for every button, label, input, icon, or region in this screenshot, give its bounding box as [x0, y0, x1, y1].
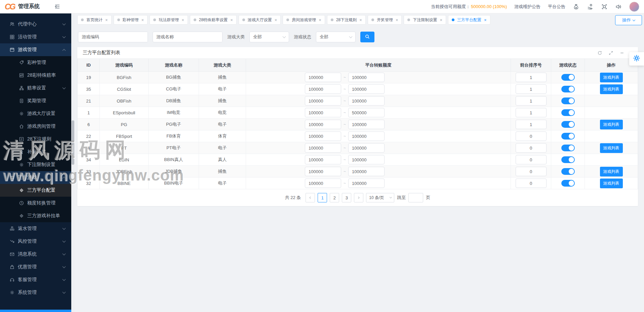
game-status-toggle[interactable]: [561, 133, 575, 140]
sidebar-item-third-party-platform-config[interactable]: 三方平台配置: [0, 184, 71, 197]
tab-draw-mgmt[interactable]: 开奖管理×: [368, 15, 402, 25]
tab-play-group-mgmt[interactable]: 玩法群管理×: [150, 15, 188, 25]
tab-room-game-mgmt[interactable]: 房间游戏管理×: [283, 15, 325, 25]
hand-coin-icon[interactable]: [587, 3, 594, 10]
close-icon[interactable]: ×: [396, 17, 398, 23]
quota-min-input[interactable]: [305, 96, 341, 106]
sort-input[interactable]: [516, 96, 547, 106]
quota-min-input[interactable]: [305, 179, 341, 188]
sidebar-item-odds-settings[interactable]: 赔率设置: [0, 82, 71, 94]
game-status-select[interactable]: 全部: [316, 32, 356, 42]
expand-icon[interactable]: [608, 50, 613, 55]
close-icon[interactable]: ×: [440, 17, 442, 23]
next-page-button[interactable]: [354, 193, 363, 202]
tab-lottery-mgmt[interactable]: 彩种管理×: [114, 15, 148, 25]
sidebar-item-special-odds-28[interactable]: 28彩特殊赔率: [0, 69, 71, 82]
quota-min-input[interactable]: [305, 155, 341, 164]
game-list-button[interactable]: 游戏列表: [600, 120, 623, 129]
game-status-toggle[interactable]: [561, 145, 575, 151]
close-icon[interactable]: ×: [182, 17, 184, 23]
speaker-icon[interactable]: [615, 3, 622, 10]
close-icon[interactable]: ×: [275, 17, 277, 23]
sort-input[interactable]: [516, 73, 547, 82]
game-status-toggle[interactable]: [561, 109, 575, 116]
game-category-select[interactable]: 全部: [249, 32, 289, 42]
sidebar-item-rebate-mgmt[interactable]: 返水管理: [0, 222, 71, 235]
game-list-button[interactable]: 游戏列表: [600, 179, 623, 188]
sidebar-item-agent-center[interactable]: 代理中心: [0, 18, 71, 31]
game-status-toggle[interactable]: [561, 86, 575, 92]
tab-third-party-platform-config[interactable]: 三方平台配置×: [448, 15, 490, 25]
game-name-input[interactable]: [176, 32, 222, 42]
fullscreen-icon[interactable]: [601, 3, 608, 10]
sort-input[interactable]: [516, 179, 547, 188]
sidebar-item-game-room-mgmt[interactable]: 游戏房间管理: [0, 120, 71, 133]
sidebar-item-activity-mgmt[interactable]: 活动管理: [0, 31, 71, 43]
sidebar-scrollbar[interactable]: [71, 13, 75, 312]
prev-page-button[interactable]: [306, 193, 315, 202]
refresh-icon[interactable]: [597, 50, 602, 55]
action-dropdown-button[interactable]: 操作: [615, 15, 642, 25]
sidebar-item-promo-mgmt[interactable]: 优惠管理: [0, 261, 71, 273]
moneybag-icon[interactable]: [573, 3, 579, 10]
avatar[interactable]: [629, 2, 639, 12]
quota-min-input[interactable]: [305, 120, 341, 129]
sort-input[interactable]: [516, 120, 547, 129]
jump-page-input[interactable]: [408, 193, 423, 202]
link-platform-notice[interactable]: 平台公告: [548, 4, 565, 10]
sidebar-item-customer-service-mgmt[interactable]: 客服管理: [0, 273, 71, 286]
quota-max-input[interactable]: [348, 167, 385, 176]
close-icon[interactable]: ×: [105, 17, 108, 23]
page-size-select[interactable]: 10 条/页: [366, 193, 394, 202]
tab-home-stats[interactable]: 首页统计×: [77, 15, 112, 25]
close-icon[interactable]: ×: [484, 17, 487, 23]
quota-max-input[interactable]: [348, 143, 385, 153]
quota-max-input[interactable]: [348, 131, 385, 141]
game-list-button[interactable]: 游戏列表: [600, 73, 623, 82]
quota-max-input[interactable]: [348, 96, 385, 106]
close-icon[interactable]: ×: [319, 17, 321, 23]
menu-fold-icon[interactable]: [54, 4, 60, 9]
sidebar-item-lottery-mgmt[interactable]: 彩种管理: [0, 56, 71, 69]
sidebar-item-bet-rules-28[interactable]: 28下注规则: [0, 133, 71, 146]
quota-max-input[interactable]: [348, 155, 385, 164]
sidebar-item-draw-period-mgmt[interactable]: 奖期管理: [0, 94, 71, 107]
game-status-toggle[interactable]: [561, 98, 575, 104]
game-status-toggle[interactable]: [561, 121, 575, 128]
game-code-input[interactable]: [101, 32, 148, 42]
sidebar-item-makeup-draw[interactable]: 补漏开奖: [0, 146, 71, 158]
quota-max-input[interactable]: [348, 73, 385, 82]
game-status-toggle[interactable]: [561, 74, 575, 81]
close-icon[interactable]: ×: [359, 17, 362, 23]
sidebar-item-quota-convert-mgmt[interactable]: 额度转换管理: [0, 197, 71, 209]
quota-min-input[interactable]: [305, 143, 341, 153]
sort-input[interactable]: [516, 108, 547, 117]
game-list-button[interactable]: 游戏列表: [600, 84, 623, 94]
quota-max-input[interactable]: [348, 84, 385, 94]
tab-special-odds-28-settings[interactable]: 28特殊赔率设置×: [190, 15, 237, 25]
page-button-3[interactable]: 3: [342, 193, 351, 202]
sidebar-item-system-mgmt[interactable]: 系统管理: [0, 286, 71, 299]
quota-min-input[interactable]: [305, 167, 341, 176]
game-status-toggle[interactable]: [561, 180, 575, 187]
sidebar-item-bet-limit-settings[interactable]: 下注限制设置: [0, 158, 71, 171]
page-button-2[interactable]: 2: [330, 193, 339, 202]
quota-max-input[interactable]: [348, 179, 385, 188]
sort-input[interactable]: [516, 155, 547, 164]
sidebar-item-risk-mgmt[interactable]: 风控管理: [0, 235, 71, 248]
quota-min-input[interactable]: [305, 73, 341, 82]
search-button[interactable]: [360, 32, 374, 42]
quota-min-input[interactable]: [305, 84, 341, 94]
sidebar-item-game-hall-settings[interactable]: 游戏大厅设置: [0, 107, 71, 120]
sidebar-item-game-mgmt[interactable]: 游戏管理: [0, 43, 71, 56]
sidebar-item-third-party-games[interactable]: 三方游戏: [0, 171, 71, 184]
tab-bet-limit-settings[interactable]: 下注限制设置×: [404, 15, 446, 25]
scrollbar-thumb[interactable]: [72, 120, 74, 165]
game-status-toggle[interactable]: [561, 168, 575, 175]
sort-input[interactable]: [516, 143, 547, 153]
sidebar-item-message-system[interactable]: 消息系统: [0, 248, 71, 261]
quota-min-input[interactable]: [305, 131, 341, 141]
sidebar-item-third-party-pull-order[interactable]: 三方游戏补拉单: [0, 209, 71, 222]
game-list-button[interactable]: 游戏列表: [600, 143, 623, 153]
close-icon[interactable]: ×: [142, 17, 144, 23]
